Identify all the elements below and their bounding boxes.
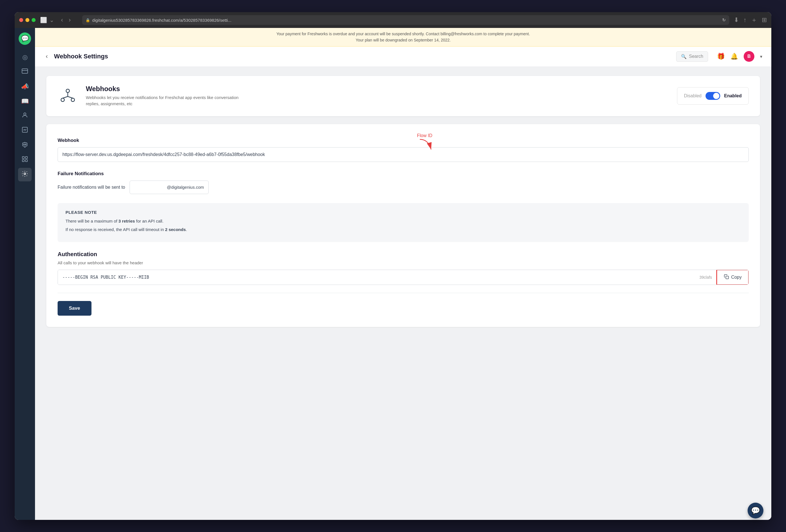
note-title: PLEASE NOTE [66, 210, 741, 215]
flow-id-label: Flow ID [417, 133, 432, 138]
new-tab-icon[interactable]: ＋ [751, 16, 757, 24]
svg-rect-3 [23, 143, 27, 146]
bell-icon[interactable]: 🔔 [731, 53, 738, 60]
window-controls: ⬜ ⌄ [40, 17, 54, 23]
bots-icon [21, 141, 28, 149]
failure-notifications-label: Failure Notifications [57, 171, 749, 176]
webhook-info: Webhooks Webhooks let you receive notifi… [57, 85, 244, 107]
auth-key-input[interactable] [58, 270, 695, 285]
chat-bubble[interactable]: 💬 [747, 503, 763, 518]
sidebar-toggle-icon[interactable]: ⬜ [40, 17, 47, 23]
note-item-2: If no response is received, the API call… [66, 226, 741, 233]
download-icon[interactable]: ⬇ [734, 16, 739, 24]
sidebar: 💬 ◎ 📣 📖 [15, 28, 35, 520]
back-button[interactable]: ‹ [44, 51, 49, 62]
sidebar-item-knowledge[interactable]: 📖 [18, 95, 31, 108]
megaphone-icon: 📣 [21, 83, 29, 90]
sidebar-item-bots[interactable] [18, 139, 31, 152]
save-button[interactable]: Save [57, 301, 91, 316]
divider [57, 293, 749, 293]
auth-title: Authentication [57, 251, 749, 258]
sidebar-item-inbox[interactable] [18, 65, 31, 79]
payment-banner: Your payment for Freshworks is overdue a… [35, 28, 771, 47]
webhook-url-section: Webhook [57, 138, 749, 162]
svg-point-1 [24, 113, 26, 115]
search-bar[interactable]: 🔍 Search [676, 51, 708, 62]
webhook-url-label: Webhook [57, 138, 749, 143]
svg-rect-0 [22, 69, 28, 73]
chat-bubble-icon: 💬 [751, 506, 760, 515]
target-icon: ◎ [22, 54, 28, 61]
copy-label: Copy [731, 275, 742, 280]
note-list: There will be a maximum of 3 retries for… [66, 218, 741, 233]
forward-nav-button[interactable]: › [66, 15, 73, 25]
page-header: ‹ Webhook Settings 🔍 Search 🎁 🔔 B ▾ [35, 47, 771, 67]
search-placeholder: Search [689, 54, 703, 59]
auth-subtitle: All calls to your webhook will have the … [57, 260, 749, 265]
webhooks-header-card: Webhooks Webhooks let you receive notifi… [46, 76, 760, 116]
avatar-chevron-icon[interactable]: ▾ [760, 54, 762, 59]
search-icon: 🔍 [681, 54, 687, 59]
sidebar-logo[interactable]: 💬 [19, 32, 31, 45]
svg-rect-7 [25, 156, 27, 159]
banner-line1: Your payment for Freshworks is overdue a… [41, 31, 766, 37]
toggle-enabled-label: Enabled [724, 93, 742, 98]
back-nav-button[interactable]: ‹ [59, 15, 65, 25]
failure-sublabel: Failure notifications will be sent to [57, 185, 125, 190]
book-icon: 📖 [21, 98, 29, 105]
auth-section: Authentication All calls to your webhook… [57, 251, 749, 285]
sidebar-item-reports[interactable] [18, 124, 31, 137]
banner-line2: Your plan will be downgraded on Septembe… [41, 37, 766, 43]
copy-icon [724, 274, 729, 281]
svg-point-10 [24, 173, 26, 175]
svg-point-5 [25, 144, 26, 145]
chevron-down-icon[interactable]: ⌄ [49, 17, 54, 23]
webhook-text: Webhooks Webhooks let you receive notifi… [86, 85, 244, 107]
header-actions: 🎁 🔔 B ▾ [717, 51, 762, 62]
contacts-icon [21, 112, 28, 120]
flow-id-arrow [417, 138, 434, 152]
svg-rect-8 [22, 160, 24, 162]
address-bar[interactable]: 🔒 digitalgenius530285783369826.freshchat… [82, 15, 729, 25]
svg-point-4 [24, 144, 25, 145]
svg-point-13 [71, 98, 74, 101]
lock-icon: 🔒 [86, 18, 90, 22]
maximize-button[interactable] [31, 18, 36, 22]
failure-notifications-section: Failure Notifications Failure notificati… [57, 171, 749, 194]
traffic-lights [19, 18, 36, 22]
svg-rect-15 [725, 276, 729, 279]
copy-button[interactable]: Copy [717, 270, 748, 285]
reports-icon [21, 126, 28, 135]
minimize-button[interactable] [25, 18, 29, 22]
webhooks-description: Webhooks let you receive notifications f… [86, 95, 244, 107]
grid-icon[interactable]: ⊞ [762, 16, 767, 24]
toggle-disabled-label: Disabled [684, 93, 701, 98]
address-text: digitalgenius530285783369826.freshchat.c… [92, 18, 232, 23]
logo-icon: 💬 [21, 35, 29, 42]
reload-icon[interactable]: ↻ [722, 18, 726, 23]
auth-key-suffix: 39clafs [695, 270, 716, 285]
webhook-url-input[interactable] [57, 147, 749, 162]
gift-icon[interactable]: 🎁 [717, 53, 725, 60]
svg-rect-6 [22, 156, 24, 159]
settings-card: Flow ID [46, 124, 760, 327]
auth-input-row: 39clafs Copy [57, 270, 749, 285]
svg-point-11 [66, 89, 69, 93]
settings-icon [21, 170, 28, 179]
close-button[interactable] [19, 18, 23, 22]
sidebar-item-campaigns[interactable]: 📣 [18, 80, 31, 93]
share-icon[interactable]: ↑ [743, 16, 746, 24]
inbox-icon [21, 68, 28, 76]
webhook-icon [57, 86, 78, 106]
sidebar-item-settings[interactable] [18, 168, 31, 182]
sidebar-item-integrations[interactable] [18, 153, 31, 167]
svg-point-12 [61, 98, 64, 101]
page-content: Webhooks Webhooks let you receive notifi… [35, 67, 771, 520]
sidebar-item-target[interactable]: ◎ [18, 50, 31, 64]
avatar[interactable]: B [744, 51, 755, 62]
webhook-toggle[interactable] [706, 92, 720, 100]
failure-email-input[interactable] [130, 180, 209, 194]
content-area: Your payment for Freshworks is overdue a… [35, 28, 771, 520]
sidebar-item-contacts[interactable] [18, 109, 31, 123]
titlebar-action-icons: ⬇ ↑ ＋ ⊞ [734, 16, 767, 24]
